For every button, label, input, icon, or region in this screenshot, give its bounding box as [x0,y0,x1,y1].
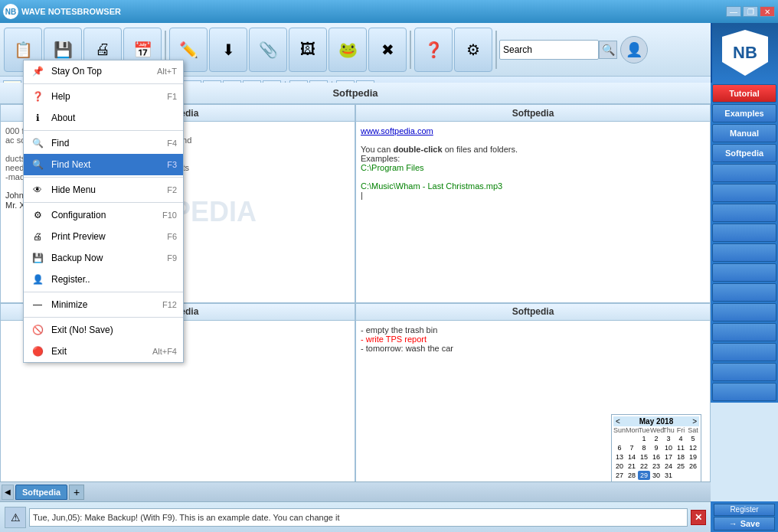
minimize-menu-icon: — [30,297,45,312]
new-tab-button[interactable]: + [69,485,84,500]
register-button[interactable]: Register [714,504,775,516]
cal-day-cell[interactable]: 21 [626,462,638,471]
toolbar-btn-cross[interactable]: ✖ [368,28,407,72]
cal-day-cell[interactable]: 19 [687,452,699,462]
cal-day-cell[interactable] [687,471,699,480]
cal-day-cell[interactable]: 5 [687,434,699,443]
tab-softpedia[interactable]: Softpedia [15,485,67,500]
cal-day-cell[interactable]: 3 [662,434,675,443]
cal-day-cell[interactable]: 16 [650,452,662,462]
note-path2: C:\Music\Wham - Last Christmas.mp3 [361,181,502,191]
cal-day-cell[interactable]: 27 [613,471,626,480]
search-magnifier-button[interactable]: 🔍 [599,41,617,59]
cal-day-cell[interactable]: 2 [650,434,662,443]
cal-day-fri: Fri [675,426,687,434]
app-name: WAVE NOTESBROWSER [21,7,121,16]
cal-day-cell[interactable]: 24 [662,462,675,471]
toolbar-btn-image[interactable]: 🖼 [289,28,327,72]
cal-day-cell[interactable]: 13 [613,452,626,462]
status-message: Tue, Jun,05): Make Backup! (With F9). Th… [29,508,688,527]
cal-day-cell[interactable]: 6 [613,443,626,452]
search-input[interactable] [503,44,595,55]
sidebar-btn-examples[interactable]: Examples [712,104,776,122]
menu-item-about[interactable]: ℹ About [24,107,183,129]
title-left: NB WAVE NOTESBROWSER [3,4,121,19]
sidebar-btn-7[interactable] [712,204,776,222]
profile-button[interactable]: 👤 [620,36,648,64]
cal-day-cell[interactable]: 10 [662,443,675,452]
cal-day-cell[interactable]: 28 [626,471,638,480]
cal-day-cell[interactable]: 14 [626,452,638,462]
sidebar-btn-manual[interactable]: Manual [712,124,776,142]
menu-item-find-next[interactable]: 🔍 Find Next F3 [24,154,183,175]
menu-item-exit[interactable]: 🔴 Exit Alt+F4 [24,341,183,362]
menu-label: Help [51,91,161,102]
sidebar-btn-16[interactable] [712,383,776,401]
cal-today-cell[interactable]: 29 [638,471,650,480]
cal-day-cell[interactable]: 26 [687,462,699,471]
cal-day-cell[interactable]: 11 [675,443,687,452]
minimize-button[interactable]: — [726,6,741,17]
help-icon: ❓ [424,41,443,59]
cal-day-cell[interactable]: 25 [675,462,687,471]
cal-day-cell[interactable] [613,434,626,443]
cal-day-cell[interactable]: 7 [626,443,638,452]
note-body-top-right[interactable]: www.softpedia.com You can double-click o… [356,122,710,302]
save-button[interactable]: → Save [714,517,775,530]
sidebar-btn-6[interactable] [712,184,776,202]
cal-day-cell[interactable]: 22 [638,462,650,471]
restore-button[interactable]: ❐ [743,6,758,17]
sidebar-btn-softpedia[interactable]: Softpedia [712,144,776,162]
sidebar-btn-14[interactable] [712,343,776,361]
cal-prev-button[interactable]: < [616,417,620,426]
cal-day-cell[interactable] [626,434,638,443]
sidebar-btn-tutorial[interactable]: Tutorial [712,84,776,103]
menu-item-print-preview[interactable]: 🖨 Print Preview F6 [24,226,183,247]
cal-day-cell[interactable]: 18 [675,452,687,462]
toolbar-btn-gear[interactable]: ⚙ [454,28,492,72]
menu-item-configuration[interactable]: ⚙ Configuration F10 [24,204,183,226]
tab-scroll-left[interactable]: ◀ [2,485,14,500]
close-button[interactable]: ✕ [760,6,775,17]
cal-day-cell[interactable]: 15 [638,452,650,462]
sidebar-btn-8[interactable] [712,224,776,242]
search-box [499,40,599,60]
cal-day-cell[interactable] [675,471,687,480]
menu-sep [24,83,183,84]
toolbar-btn-attach[interactable]: 📎 [249,28,287,72]
menu-item-hide-menu[interactable]: 👁 Hide Menu F2 [24,179,183,201]
menu-item-stay-on-top[interactable]: 📌 Stay On Top Alt+T [24,60,183,82]
menu-shortcut: F12 [162,300,177,309]
cal-day-cell[interactable]: 20 [613,462,626,471]
cal-day-tue: Tue [638,426,650,434]
sidebar-btn-13[interactable] [712,323,776,341]
cal-day-cell[interactable]: 9 [650,443,662,452]
status-close-button[interactable]: ✕ [691,510,706,525]
menu-item-backup-now[interactable]: 💾 Backup Now F9 [24,247,183,269]
cal-day-cell[interactable]: 8 [638,443,650,452]
sidebar-btn-11[interactable] [712,283,776,302]
toolbar-btn-frog[interactable]: 🐸 [329,28,367,72]
toolbar-btn-help[interactable]: ❓ [414,28,453,72]
menu-sep [24,202,183,203]
sidebar-btn-12[interactable] [712,303,776,321]
cal-day-cell[interactable]: 31 [662,471,675,480]
toolbar-btn-down[interactable]: ⬇ [209,28,247,72]
menu-item-exit-nosave[interactable]: 🚫 Exit (No! Save) [24,319,183,341]
note-link-softpedia[interactable]: www.softpedia.com [361,126,433,135]
menu-item-find[interactable]: 🔍 Find F4 [24,132,183,154]
cal-day-cell[interactable]: 4 [675,434,687,443]
cal-next-button[interactable]: > [692,417,697,426]
menu-item-register[interactable]: 👤 Register.. [24,269,183,290]
sidebar-btn-5[interactable] [712,164,776,182]
cal-day-cell[interactable]: 1 [638,434,650,443]
cal-day-cell[interactable]: 30 [650,471,662,480]
sidebar-btn-9[interactable] [712,243,776,262]
cal-day-cell[interactable]: 23 [650,462,662,471]
menu-item-minimize[interactable]: — Minimize F12 [24,294,183,315]
sidebar-btn-10[interactable] [712,263,776,282]
sidebar-btn-15[interactable] [712,363,776,381]
cal-day-cell[interactable]: 12 [687,443,699,452]
cal-day-cell[interactable]: 17 [662,452,675,462]
menu-item-help[interactable]: ❓ Help F1 [24,86,183,107]
